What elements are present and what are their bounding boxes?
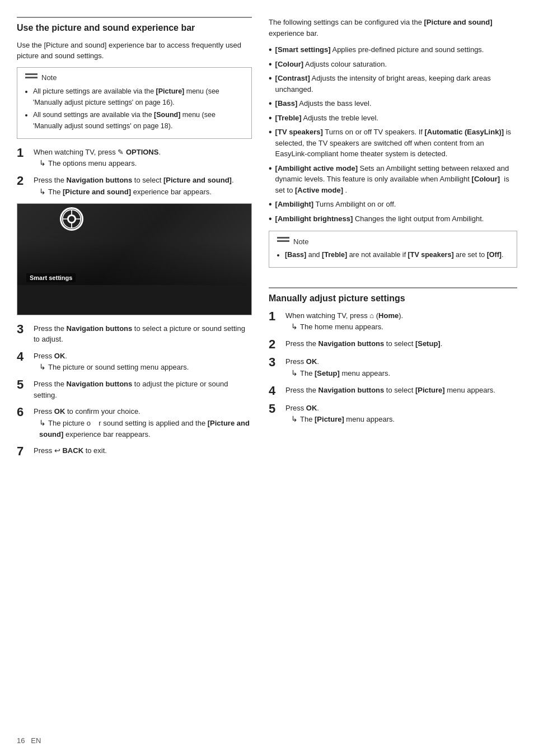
step-number-r3: 3 xyxy=(269,356,281,368)
note-label-1: Note xyxy=(41,73,57,82)
smart-settings-label: Smart settings xyxy=(26,273,76,282)
bullet-item-ambilight-brightness: [Ambilight brightness] Changes the light… xyxy=(269,213,517,225)
bullet-item-tv-speakers: [TV speakers] Turns on or off TV speaker… xyxy=(269,127,517,160)
note-box-1: Note All picture settings are available … xyxy=(17,67,252,139)
step-7: 7 Press ↩ BACK to exit. xyxy=(17,445,252,458)
steps-list-1: 1 When watching TV, press ✎ OPTIONS. The… xyxy=(17,147,252,198)
step-number-4: 4 xyxy=(17,351,29,363)
step-number-5: 5 xyxy=(17,379,29,391)
step-arrow-6: The picture o r sound setting is applied… xyxy=(34,417,252,440)
steps-list-2: 3 Press the Navigation buttons to select… xyxy=(17,323,252,458)
step-content-r4: Press the Navigation buttons to select [… xyxy=(285,385,517,396)
page-number: 16 xyxy=(17,736,25,745)
step-4: 4 Press OK. The picture or sound setting… xyxy=(17,351,252,374)
bullet-item-bass: [Bass] Adjusts the bass level. xyxy=(269,98,517,109)
bullet-item-ambilight-active: [Ambilight active mode] Sets an Ambiligh… xyxy=(269,163,517,196)
page-footer: 16 EN xyxy=(17,736,41,745)
step-number-6: 6 xyxy=(17,406,29,418)
tv-screen-image: Smart settings xyxy=(17,203,252,315)
step-number-r2: 2 xyxy=(269,338,281,351)
bullet-item-ambilight: [Ambilight] Turns Ambilight on or off. xyxy=(269,199,517,210)
step-number-7: 7 xyxy=(17,445,29,458)
note-item-2: [Bass] and [Treble] are not available if… xyxy=(285,249,509,260)
step-1: 1 When watching TV, press ✎ OPTIONS. The… xyxy=(17,147,252,170)
svg-point-1 xyxy=(68,216,75,222)
step-content-r5: Press OK. The [Picture] menu appears. xyxy=(285,403,517,426)
step-number-r1: 1 xyxy=(269,310,281,323)
left-column: Use the picture and sound experience bar… xyxy=(17,17,252,463)
bullet-item-smart: [Smart settings] Applies pre-defined pic… xyxy=(269,44,517,55)
step-r5: 5 Press OK. The [Picture] menu appears. xyxy=(269,403,517,426)
tv-icon-circle-box xyxy=(60,207,83,231)
note-header-1: Note xyxy=(25,73,243,82)
step-content-1: When watching TV, press ✎ OPTIONS. The o… xyxy=(34,147,252,170)
section1-title: Use the picture and sound experience bar xyxy=(17,22,252,34)
step-content-r3: Press OK. The [Setup] menu appears. xyxy=(285,356,517,379)
tv-icon-circle-svg xyxy=(62,207,82,231)
step-arrow-r1: The home menu appears. xyxy=(285,321,517,333)
step-arrow-r3: The [Setup] menu appears. xyxy=(285,367,517,379)
step-3: 3 Press the Navigation buttons to select… xyxy=(17,323,252,345)
step-arrow-1: The options menu appears. xyxy=(34,157,252,169)
step-content-7: Press ↩ BACK to exit. xyxy=(34,445,252,456)
step-r2: 2 Press the Navigation buttons to select… xyxy=(269,338,517,351)
step-2: 2 Press the Navigation buttons to select… xyxy=(17,175,252,198)
step-r1: 1 When watching TV, press ⌂ (Home). The … xyxy=(269,310,517,333)
note-list-1: All picture settings are available via t… xyxy=(25,86,243,132)
step-arrow-2: The [Picture and sound] experience bar a… xyxy=(34,186,252,198)
step-content-r1: When watching TV, press ⌂ (Home). The ho… xyxy=(285,310,517,333)
step-arrow-r5: The [Picture] menu appears. xyxy=(285,413,517,425)
step-content-6: Press OK to confirm your choice. The pic… xyxy=(34,406,252,440)
bullet-item-colour: [Colour] Adjusts colour saturation. xyxy=(269,59,517,70)
bullet-item-treble: [Treble] Adjusts the treble level. xyxy=(269,113,517,124)
right-intro: The following settings can be configured… xyxy=(269,17,517,39)
note-list-2: [Bass] and [Treble] are not available if… xyxy=(277,249,509,260)
step-content-r2: Press the Navigation buttons to select [… xyxy=(285,338,517,349)
steps-list-3: 1 When watching TV, press ⌂ (Home). The … xyxy=(269,310,517,426)
section1-intro: Use the [Picture and sound] experience b… xyxy=(17,40,252,62)
section2-title: Manually adjust picture settings xyxy=(269,293,517,305)
page: Use the picture and sound experience bar… xyxy=(0,0,534,480)
note-icon-2 xyxy=(277,237,289,246)
step-number-3: 3 xyxy=(17,323,29,335)
step-r3: 3 Press OK. The [Setup] menu appears. xyxy=(269,356,517,379)
step-number-r5: 5 xyxy=(269,403,281,415)
page-lang: EN xyxy=(31,736,41,745)
note-header-2: Note xyxy=(277,237,509,246)
note-icon-1 xyxy=(25,73,38,82)
step-content-3: Press the Navigation buttons to select a… xyxy=(34,323,252,345)
step-content-2: Press the Navigation buttons to select [… xyxy=(34,175,252,198)
note-item: All picture settings are available via t… xyxy=(33,86,243,108)
note-item: All sound settings are available via the… xyxy=(33,109,243,132)
bullet-item-contrast: [Contrast] Adjusts the intensity of brig… xyxy=(269,73,517,95)
step-6: 6 Press OK to confirm your choice. The p… xyxy=(17,406,252,440)
step-arrow-4: The picture or sound setting menu appear… xyxy=(34,361,252,373)
step-r4: 4 Press the Navigation buttons to select… xyxy=(269,385,517,397)
step-content-4: Press OK. The picture or sound setting m… xyxy=(34,351,252,374)
step-number-2: 2 xyxy=(17,175,29,187)
bullet-list: [Smart settings] Applies pre-defined pic… xyxy=(269,44,517,224)
section-divider-2 xyxy=(269,287,517,288)
note-label-2: Note xyxy=(293,237,308,246)
step-number-r4: 4 xyxy=(269,385,281,397)
step-5: 5 Press the Navigation buttons to adjust… xyxy=(17,379,252,400)
note-box-2: Note [Bass] and [Treble] are not availab… xyxy=(269,231,517,268)
right-column: The following settings can be configured… xyxy=(269,17,517,463)
section-divider-top xyxy=(17,17,252,18)
step-content-5: Press the Navigation buttons to adjust t… xyxy=(34,379,252,400)
step-number-1: 1 xyxy=(17,147,29,159)
tv-icon-circle xyxy=(60,207,83,231)
